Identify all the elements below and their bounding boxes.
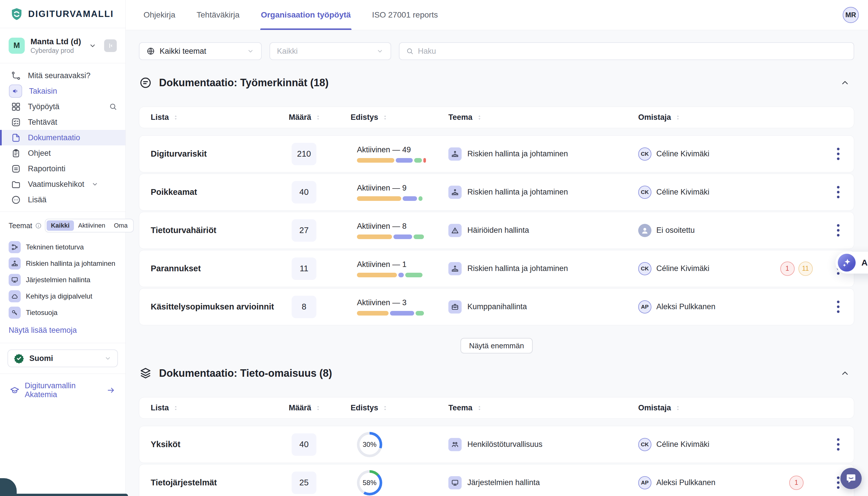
table-row[interactable]: Käsittelysopimuksen arvioinnit 8 Aktiivi… (139, 288, 854, 325)
theme-filter-dropdown[interactable]: Kaikki teemat (139, 42, 262, 60)
sort-icon[interactable] (315, 114, 321, 121)
table-row[interactable]: Tietojärjestelmät 25 58% Järjestelmien h… (139, 464, 854, 496)
row-menu-kebab-icon[interactable] (834, 183, 842, 202)
themes-filter-option[interactable]: Oma (109, 220, 132, 231)
search-icon[interactable] (109, 102, 117, 111)
sort-icon[interactable] (675, 405, 681, 411)
theme-item[interactable]: Kehitys ja digipalvelut (9, 288, 119, 304)
theme-name: Henkilöstöturvallisuus (467, 440, 542, 449)
theme-item[interactable]: Järjestelmien hallinta (9, 272, 119, 288)
sidebar-collapse-button[interactable] (104, 40, 117, 52)
search-box (399, 42, 854, 60)
row-menu-kebab-icon[interactable] (834, 435, 842, 454)
sort-icon[interactable] (382, 114, 388, 121)
top-tab[interactable]: ISO 27001 reports (372, 0, 438, 30)
row-menu-kebab-icon[interactable] (834, 297, 842, 316)
sidebar-item-label: Ohjeet (28, 149, 51, 158)
section-info-assets: Dokumentaatio: Tieto-omaisuus (8) Lista … (139, 367, 854, 496)
ai-assistant-button[interactable]: AI (836, 252, 868, 274)
status-filter-value: Kaikki (277, 47, 298, 56)
top-tab[interactable]: Tehtäväkirja (196, 0, 240, 30)
theme-name: Riskien hallinta ja johtaminen (467, 264, 568, 273)
table-row[interactable]: Yksiköt 40 30% Henkilöstöturvallisuus CK (139, 426, 854, 463)
user-avatar[interactable]: MR (843, 7, 859, 23)
top-tab[interactable]: Organisaation työpöytä (260, 0, 351, 30)
chevron-up-icon[interactable] (840, 368, 850, 378)
owner-name: Aleksi Pulkkanen (656, 478, 716, 487)
table-row[interactable]: Poikkeamat 40 Aktiivinen — 9 Riskien hal… (139, 174, 854, 211)
list-name: Tietoturvahäiriöt (151, 226, 289, 235)
sort-icon[interactable] (173, 114, 179, 121)
progress-cell: Aktiivinen — 3 (350, 298, 448, 315)
podium-icon (451, 265, 459, 273)
sidebar-item[interactable]: Työpöytä (0, 99, 125, 114)
themes-filter-option[interactable]: Kaikki (47, 220, 74, 231)
count-badge-red[interactable]: 1 (780, 262, 795, 276)
owner-cell: CK Céline Kivimäki (638, 186, 770, 199)
status-filter-dropdown[interactable]: Kaikki (269, 42, 391, 60)
count-value: 8 (291, 296, 316, 318)
owner-cell: CK Céline Kivimäki (638, 148, 770, 161)
podium-icon (451, 150, 459, 158)
sort-icon[interactable] (173, 405, 179, 411)
show-more-button[interactable]: Näytä enemmän (461, 338, 533, 354)
sidebar-item[interactable]: Lisää (0, 192, 125, 207)
app-logo[interactable]: DIGITURVAMALLI (0, 0, 125, 28)
theme-item[interactable]: Riskien hallinta ja johtaminen (9, 255, 119, 272)
app-name: DIGITURVAMALLI (28, 9, 114, 19)
language-selector[interactable]: Suomi (8, 350, 118, 367)
sort-icon[interactable] (382, 405, 388, 411)
sort-icon[interactable] (675, 114, 681, 121)
sort-icon[interactable] (315, 405, 321, 411)
key-icon (11, 309, 18, 316)
table-row[interactable]: Parannukset 11 Aktiivinen — 1 Riskien ha… (139, 250, 854, 287)
top-tab[interactable]: Ohjekirja (143, 0, 176, 30)
sidebar-item[interactable]: Dokumentaatio (0, 130, 125, 145)
progress-cell: 30% (350, 432, 448, 457)
count-value: 210 (291, 143, 316, 165)
progress-cell: Aktiivinen — 9 (350, 184, 448, 201)
theme-item-label: Riskien hallinta ja johtaminen (26, 260, 115, 267)
sidebar-item[interactable]: Takaisin (0, 83, 125, 99)
sidebar-item-label: Työpöytä (28, 102, 60, 111)
list-name: Tietojärjestelmät (151, 478, 289, 487)
progress-label: Aktiivinen — 3 (357, 298, 448, 307)
chevron-down-icon (104, 355, 111, 362)
row-menu-kebab-icon[interactable] (834, 144, 842, 164)
themes-filter-option[interactable]: Aktiivinen (74, 220, 109, 231)
chevron-down-icon (89, 42, 96, 50)
org-switcher[interactable]: M Manta Ltd (d) Cyberday prod (0, 28, 125, 63)
sidebar-item[interactable]: Raportointi (0, 161, 125, 176)
sidebar-item[interactable]: Vaatimuskehikot (0, 176, 125, 192)
sort-icon[interactable] (476, 114, 483, 121)
row-menu-kebab-icon[interactable] (834, 221, 842, 240)
theme-item[interactable]: Tietosuoja (9, 304, 119, 321)
sidebar-item[interactable]: Mitä seuraavaksi? (0, 68, 125, 83)
info-assets-table: Lista Määrä Edistys Teema (139, 397, 854, 496)
shield-logo-icon (10, 7, 24, 21)
sidebar-item-label: Dokumentaatio (28, 133, 80, 142)
count-badge-yellow[interactable]: 11 (798, 262, 813, 276)
briefcase-icon (451, 303, 459, 311)
sidebar-item[interactable]: Ohjeet (0, 145, 125, 161)
progress-donut: 30% (357, 432, 382, 457)
section-title: Dokumentaatio: Tieto-omaisuus (8) (159, 367, 332, 379)
sort-icon[interactable] (476, 405, 483, 411)
badges-cell: 1 (770, 476, 822, 490)
owner-name: Céline Kivimäki (656, 150, 709, 158)
progress-cell: 58% (350, 470, 448, 495)
owner-name: Céline Kivimäki (656, 264, 709, 273)
table-row[interactable]: Tietoturvahäiriöt 27 Aktiivinen — 8 Häir… (139, 212, 854, 249)
chat-widget-button[interactable] (840, 468, 862, 489)
academy-link[interactable]: Digiturvamallin Akatemia (0, 374, 125, 407)
cloud-icon (11, 293, 18, 300)
search-input[interactable] (418, 47, 847, 56)
theme-item[interactable]: Tekninen tietoturva (9, 239, 119, 255)
count-badge-red[interactable]: 1 (789, 476, 804, 490)
chevron-up-icon[interactable] (840, 78, 850, 88)
report-icon (11, 164, 21, 174)
show-more-themes-link[interactable]: Näytä lisää teemoja (9, 326, 77, 335)
themes-section: Teemat Kaikki Aktiivinen Oma Tekninen ti… (0, 212, 125, 343)
sidebar-item[interactable]: Tehtävät (0, 114, 125, 130)
table-row[interactable]: Digiturvariskit 210 Aktiivinen — 49 Risk… (139, 135, 854, 172)
